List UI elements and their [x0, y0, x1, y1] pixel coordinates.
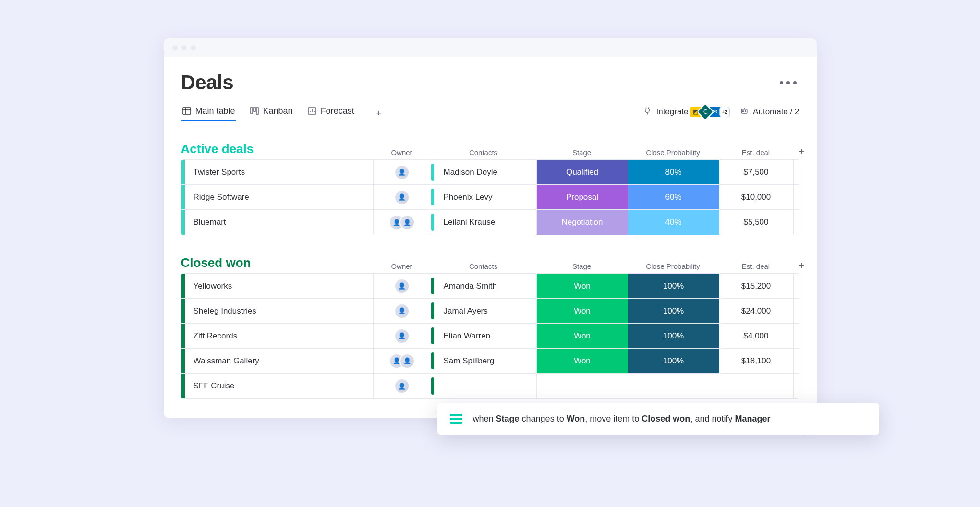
- column-header-probability[interactable]: Close Probability: [628, 262, 719, 273]
- deal-name-cell[interactable]: SFF Cruise: [185, 374, 374, 398]
- table-row[interactable]: Bluemart👤👤Leilani KrauseNegotiation40%$5…: [181, 210, 799, 235]
- stage-cell[interactable]: Won: [537, 349, 628, 373]
- est-deal-cell[interactable]: $4,000: [719, 324, 794, 348]
- integrate-button[interactable]: Integrate ◩ C ✉ +2: [642, 106, 730, 118]
- group-color-bar: [181, 374, 185, 398]
- deal-name-cell[interactable]: Zift Records: [185, 324, 374, 348]
- owner-cell[interactable]: 👤: [374, 299, 431, 323]
- owner-cell[interactable]: 👤: [374, 374, 431, 398]
- est-deal-cell[interactable]: $24,000: [719, 299, 794, 323]
- avatar: 👤: [394, 278, 410, 294]
- table-row[interactable]: Yelloworks👤Amanda SmithWon100%$15,200: [181, 274, 799, 299]
- deal-name-cell[interactable]: Yelloworks: [185, 274, 374, 298]
- contacts-cell[interactable]: Amanda Smith: [437, 274, 537, 298]
- contacts-indicator: [431, 274, 437, 298]
- contacts-indicator: [431, 160, 437, 184]
- stage-cell[interactable]: Won: [537, 274, 628, 298]
- column-header-est-deal[interactable]: Est. deal: [719, 262, 793, 273]
- contacts-cell[interactable]: Sam Spillberg: [437, 349, 537, 373]
- stage-cell[interactable]: [537, 374, 628, 398]
- contact-name: Madison Doyle: [444, 168, 497, 177]
- probability-cell[interactable]: 100%: [628, 324, 719, 348]
- owner-avatar-pair[interactable]: 👤👤: [389, 215, 415, 230]
- contacts-cell[interactable]: Leilani Krause: [437, 210, 537, 235]
- stage-cell[interactable]: Won: [537, 299, 628, 323]
- automation-recipe-card[interactable]: when Stage changes to Won, move item to …: [437, 403, 879, 435]
- owner-cell[interactable]: 👤: [374, 324, 431, 348]
- contacts-cell[interactable]: [437, 374, 537, 398]
- svg-rect-3: [251, 108, 253, 113]
- contacts-indicator: [431, 324, 437, 348]
- stage-cell[interactable]: Won: [537, 324, 628, 348]
- deal-name-cell[interactable]: Waissman Gallery: [185, 349, 374, 373]
- contacts-cell[interactable]: Jamal Ayers: [437, 299, 537, 323]
- stage-cell[interactable]: Negotiation: [537, 210, 628, 235]
- add-view-button[interactable]: +: [373, 107, 385, 120]
- column-header-contacts[interactable]: Contacts: [431, 148, 536, 159]
- table-row[interactable]: Waissman Gallery👤👤Sam SpillbergWon100%$1…: [181, 349, 799, 374]
- column-header-probability[interactable]: Close Probability: [628, 148, 719, 159]
- est-deal-cell[interactable]: $10,000: [719, 185, 794, 209]
- owner-avatar[interactable]: 👤: [394, 303, 410, 319]
- deal-name-cell[interactable]: Bluemart: [185, 210, 374, 235]
- contacts-cell[interactable]: Elian Warren: [437, 324, 537, 348]
- stage-cell[interactable]: Qualified: [537, 160, 628, 184]
- probability-cell[interactable]: 100%: [628, 299, 719, 323]
- group-title[interactable]: Active deals: [181, 142, 373, 159]
- deal-name-cell[interactable]: Ridge Software: [185, 185, 374, 209]
- est-deal-value: $18,100: [741, 356, 771, 366]
- window-titlebar: [164, 38, 817, 57]
- more-options-button[interactable]: [777, 78, 799, 87]
- table-row[interactable]: Sheleg Industries👤Jamal AyersWon100%$24,…: [181, 299, 799, 324]
- row-spacer: [794, 374, 799, 398]
- est-deal-cell[interactable]: $18,100: [719, 349, 794, 373]
- column-header-owner[interactable]: Owner: [373, 262, 431, 273]
- probability-cell[interactable]: 100%: [628, 349, 719, 373]
- automation-recipe-text: when Stage changes to Won, move item to …: [473, 414, 771, 424]
- owner-avatar[interactable]: 👤: [394, 378, 410, 394]
- automate-label: Automate / 2: [753, 107, 799, 117]
- tab-forecast[interactable]: Forecast: [306, 106, 355, 121]
- est-deal-cell[interactable]: $5,500: [719, 210, 794, 235]
- est-deal-cell[interactable]: $15,200: [719, 274, 794, 298]
- owner-cell[interactable]: 👤: [374, 274, 431, 298]
- column-header-stage[interactable]: Stage: [536, 148, 628, 159]
- table-row[interactable]: SFF Cruise👤: [181, 374, 799, 398]
- owner-avatar[interactable]: 👤: [394, 328, 410, 344]
- group-title[interactable]: Closed won: [181, 255, 373, 273]
- row-spacer: [794, 160, 799, 184]
- owner-cell[interactable]: 👤: [374, 185, 431, 209]
- owner-cell[interactable]: 👤: [374, 160, 431, 184]
- owner-cell[interactable]: 👤👤: [374, 210, 431, 235]
- add-column-button[interactable]: +: [793, 146, 811, 159]
- contacts-cell[interactable]: Phoenix Levy: [437, 185, 537, 209]
- table-row[interactable]: Zift Records👤Elian WarrenWon100%$4,000: [181, 324, 799, 349]
- tab-kanban[interactable]: Kanban: [249, 106, 294, 121]
- column-header-est-deal[interactable]: Est. deal: [719, 148, 793, 159]
- owner-avatar[interactable]: 👤: [394, 190, 410, 205]
- column-header-contacts[interactable]: Contacts: [431, 262, 536, 273]
- tab-main-table[interactable]: Main table: [181, 106, 236, 121]
- column-header-stage[interactable]: Stage: [536, 262, 628, 273]
- add-column-button[interactable]: +: [793, 260, 811, 273]
- probability-cell[interactable]: 100%: [628, 274, 719, 298]
- table-row[interactable]: Ridge Software👤Phoenix LevyProposal60%$1…: [181, 185, 799, 210]
- table-row[interactable]: Twister Sports👤Madison DoyleQualified80%…: [181, 160, 799, 185]
- automate-button[interactable]: Automate / 2: [739, 106, 799, 118]
- owner-avatar-pair[interactable]: 👤👤: [389, 353, 415, 369]
- column-header-owner[interactable]: Owner: [373, 148, 431, 159]
- owner-avatar[interactable]: 👤: [394, 165, 410, 180]
- deal-name-cell[interactable]: Sheleg Industries: [185, 299, 374, 323]
- contacts-cell[interactable]: Madison Doyle: [437, 160, 537, 184]
- avatar: 👤: [394, 190, 410, 205]
- est-deal-cell[interactable]: $7,500: [719, 160, 794, 184]
- probability-cell[interactable]: [628, 374, 719, 398]
- stage-cell[interactable]: Proposal: [537, 185, 628, 209]
- probability-cell[interactable]: 60%: [628, 185, 719, 209]
- est-deal-cell[interactable]: [719, 374, 794, 398]
- probability-cell[interactable]: 40%: [628, 210, 719, 235]
- probability-cell[interactable]: 80%: [628, 160, 719, 184]
- owner-cell[interactable]: 👤👤: [374, 349, 431, 373]
- deal-name-cell[interactable]: Twister Sports: [185, 160, 374, 184]
- owner-avatar[interactable]: 👤: [394, 278, 410, 294]
